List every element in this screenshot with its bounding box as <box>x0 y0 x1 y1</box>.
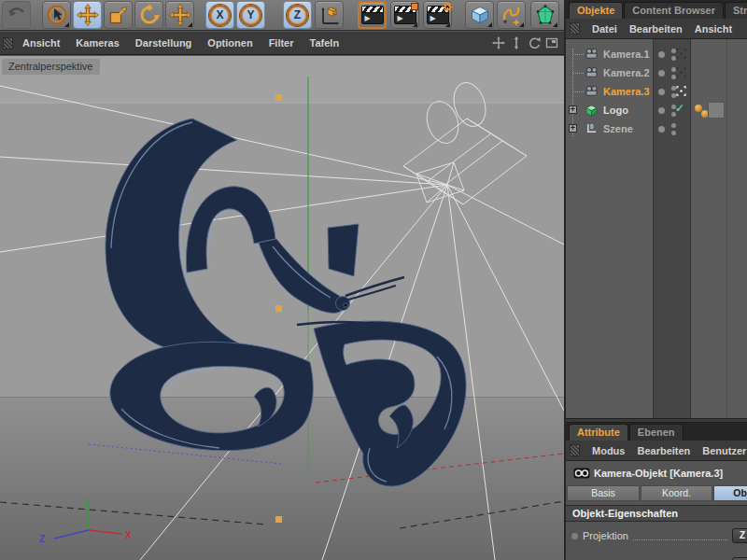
cube-icon <box>585 105 598 117</box>
zoom-icon[interactable] <box>510 36 523 49</box>
lock-z-icon: Z <box>287 5 308 26</box>
tab-content-browser[interactable]: Content Browser <box>624 2 724 19</box>
object-row-kamera2[interactable]: Kamera.2 <box>566 63 747 82</box>
menu-modus[interactable]: Modus <box>592 445 625 456</box>
render-view-button[interactable]: ▶ <box>358 1 387 29</box>
render-view-icon: ▶ <box>361 6 384 24</box>
lock-y-button[interactable]: Y <box>236 1 265 29</box>
viewfinder-icon[interactable] <box>676 67 686 77</box>
toggle-view-icon[interactable] <box>545 36 558 49</box>
render-visibility-dot[interactable] <box>671 131 676 135</box>
enable-dot[interactable] <box>658 51 665 58</box>
palette-grip[interactable] <box>570 444 580 456</box>
undo-button[interactable] <box>2 1 31 29</box>
rotate-view-icon[interactable] <box>528 36 541 49</box>
pan-icon[interactable] <box>492 36 505 49</box>
menu-optionen[interactable]: Optionen <box>207 37 252 49</box>
render-settings-button[interactable]: ▶ <box>423 1 452 29</box>
menu-filter[interactable]: Filter <box>269 37 294 49</box>
property-label: Projektion <box>583 530 628 541</box>
object-row-kamera3[interactable]: Kamera.3 <box>566 82 747 101</box>
last-tool-button[interactable] <box>165 1 194 29</box>
live-selection-button[interactable] <box>42 1 71 29</box>
enable-dot[interactable] <box>658 70 665 77</box>
menu-tafeln[interactable]: Tafeln <box>310 37 340 49</box>
tab-attribute[interactable]: Attribute <box>569 424 628 441</box>
enable-dot[interactable] <box>658 126 665 133</box>
head-eye <box>344 303 347 307</box>
camera-object-icon <box>573 468 590 479</box>
add-spline-button[interactable] <box>497 1 526 29</box>
lock-x-icon: X <box>209 5 231 26</box>
editor-visibility-dot[interactable] <box>671 123 676 128</box>
menu-datei[interactable]: Datei <box>592 23 617 35</box>
enable-dot[interactable] <box>658 89 665 95</box>
lock-x-label: X <box>216 8 223 21</box>
rotate-tool-button[interactable] <box>134 1 163 29</box>
object-list: Kamera.1 Kamera.2 <box>566 39 747 418</box>
lock-z-button[interactable]: Z <box>283 1 312 29</box>
coordinate-system-icon <box>318 4 341 26</box>
tab-struktur[interactable]: Struktur <box>725 2 747 19</box>
gear-icon <box>443 2 453 12</box>
camera-icon <box>585 86 599 96</box>
modeling-icon <box>534 4 557 26</box>
object-name: Kamera.2 <box>603 63 650 82</box>
object-row-szene[interactable]: + 0 Szene <box>566 119 747 138</box>
axis-x-label: X <box>125 530 132 540</box>
menu-darstellung[interactable]: Darstellung <box>135 37 192 49</box>
viewfinder-icon-active[interactable] <box>676 86 686 96</box>
viewport-3d[interactable]: Zentralperspektive <box>0 56 564 560</box>
check-icon[interactable]: ✓ <box>675 102 684 115</box>
viewfinder-icon[interactable] <box>676 49 686 59</box>
attribute-menubar: Modus Bearbeiten Benutzer <box>566 441 747 461</box>
dotted-leader <box>633 531 727 540</box>
property-row-partial <box>566 554 747 560</box>
lock-x-button[interactable]: X <box>205 1 234 29</box>
object-name-selected: Kamera.3 <box>603 82 650 101</box>
projektion-dropdown[interactable]: Z <box>732 528 747 543</box>
tab-objekte[interactable]: Objekte <box>569 2 623 19</box>
tab-objekt[interactable]: Obj <box>713 485 747 501</box>
palette-grip[interactable] <box>3 37 13 49</box>
camera-name-label[interactable]: Zentralperspektive <box>2 59 100 75</box>
coordinate-system-button[interactable] <box>315 1 344 29</box>
move-icon <box>77 4 99 26</box>
render-picture-viewer-icon: ▶ <box>394 6 416 24</box>
modeling-button[interactable] <box>530 1 559 29</box>
rotate-icon <box>138 4 161 26</box>
menu-ansicht[interactable]: Ansicht <box>22 37 60 49</box>
live-selection-icon <box>46 4 68 26</box>
left-region: X Y Z ▶ <box>0 0 564 560</box>
object-name: Kamera.1 <box>603 45 650 63</box>
menu-bearbeiten[interactable]: Bearbeiten <box>629 23 683 35</box>
enable-dot[interactable] <box>658 107 665 114</box>
svg-text:0: 0 <box>590 123 594 130</box>
material-slot[interactable] <box>708 102 725 119</box>
menu-ansicht-om[interactable]: Ansicht <box>695 23 732 35</box>
viewport-nav-icons <box>492 36 558 49</box>
main-toolbar: X Y Z ▶ <box>0 0 564 31</box>
render-settings-icon: ▶ <box>427 6 449 24</box>
upper-flag <box>328 224 359 276</box>
palette-grip[interactable] <box>570 22 580 35</box>
attribute-object-title: Kamera-Objekt [Kamera.3] <box>594 465 723 482</box>
property-dot <box>571 533 578 539</box>
scale-tool-button[interactable] <box>104 1 133 29</box>
expand-toggle[interactable]: + <box>569 124 577 133</box>
tab-basis[interactable]: Basis <box>567 485 640 501</box>
tab-ebenen[interactable]: Ebenen <box>629 424 684 441</box>
move-tool-button[interactable] <box>73 1 102 29</box>
add-cube-icon <box>469 4 491 26</box>
axis-y-label: Y <box>83 498 90 509</box>
object-row-logo[interactable]: + Logo ✓ <box>566 101 747 119</box>
object-row-kamera1[interactable]: Kamera.1 <box>566 45 747 63</box>
tab-koord[interactable]: Koord. <box>641 485 712 501</box>
expand-toggle[interactable]: + <box>569 105 577 114</box>
render-picture-viewer-button[interactable]: ▶ <box>390 1 419 29</box>
section-header[interactable]: Objekt-Eigenschaften <box>566 505 747 522</box>
menu-kameras[interactable]: Kameras <box>76 37 119 49</box>
add-cube-button[interactable] <box>465 1 494 29</box>
menu-benutzer[interactable]: Benutzer <box>702 445 746 456</box>
menu-bearbeiten-attr[interactable]: Bearbeiten <box>637 445 690 456</box>
